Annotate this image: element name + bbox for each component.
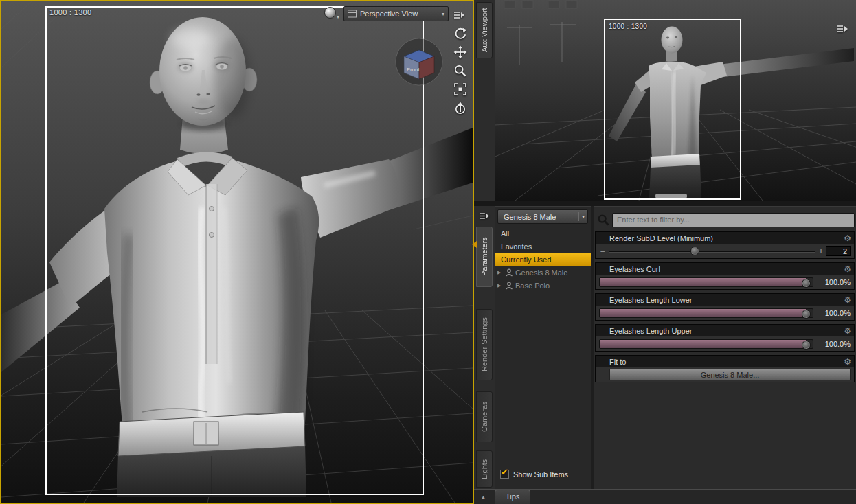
figure-icon <box>505 268 513 277</box>
view-selector-value: Perspective View <box>360 10 434 18</box>
tab-cameras[interactable]: Cameras <box>476 391 493 442</box>
list-item-currently-used[interactable]: Currently Used <box>495 253 591 266</box>
param-slider-row: 100.0% <box>596 306 854 320</box>
gear-icon[interactable]: ⚙ <box>844 265 851 273</box>
tips-tab[interactable]: Tips <box>495 490 530 504</box>
tips-label: Tips <box>506 492 519 501</box>
param-label: Eyelashes Curl <box>609 265 844 273</box>
filter-row <box>595 211 855 228</box>
slider-thumb[interactable] <box>802 310 811 319</box>
tab-aux-viewport[interactable]: Aux Viewport <box>476 2 493 58</box>
param-header: Eyelashes Length Lower ⚙ <box>596 294 854 306</box>
expand-arrow-icon[interactable]: ▶ <box>497 270 503 275</box>
divider <box>578 212 579 221</box>
list-item-genesis-8-male[interactable]: ▶ Genesis 8 Male <box>495 266 591 279</box>
right-dock: Aux Viewport <box>474 0 856 504</box>
param-group-eyelashes-length-upper: Eyelashes Length Upper ⚙ 100.0% <box>595 324 855 352</box>
tab-label: Parameters <box>480 238 488 277</box>
parameters-tab-strip: Parameters Render Settings Cameras Light… <box>474 206 495 489</box>
fit-to-button[interactable]: Genesis 8 Male... <box>609 369 851 380</box>
slider-value[interactable]: 100.0% <box>818 278 851 286</box>
expand-arrow-icon[interactable]: ▶ <box>497 283 503 288</box>
param-label: Render SubD Level (Minimum) <box>609 234 844 242</box>
slider-track[interactable] <box>599 277 813 287</box>
slider-track[interactable] <box>609 246 815 257</box>
aux-viewport-canvas[interactable] <box>495 0 856 201</box>
show-sub-items-checkbox[interactable]: ✔ <box>500 470 509 479</box>
aspect-frame-label: 1000 : 1300 <box>49 8 91 16</box>
app-window: 1000 : 1300 ▾ Perspective View ▾ <box>0 0 856 504</box>
figure-icon <box>505 282 513 290</box>
slider-minus-button[interactable]: − <box>599 247 606 255</box>
param-header: Render SubD Level (Minimum) ⚙ <box>596 232 854 244</box>
chevron-down-icon: ▾ <box>337 14 339 20</box>
pan-icon[interactable] <box>451 45 469 59</box>
nav-cube[interactable]: Front <box>393 36 445 88</box>
pane-collapse-arrow[interactable] <box>472 241 477 248</box>
zoom-icon[interactable] <box>451 64 469 78</box>
check-icon: ✔ <box>501 468 508 477</box>
slider-thumb[interactable] <box>802 279 811 288</box>
slider-thumb[interactable] <box>802 341 811 350</box>
gear-icon[interactable]: ⚙ <box>844 296 851 304</box>
divider <box>438 9 438 19</box>
param-header: Fit to ⚙ <box>596 356 854 367</box>
tab-label: Lights <box>480 459 488 479</box>
param-group-eyelashes-curl: Eyelashes Curl ⚙ 100.0% <box>595 262 855 290</box>
main-viewport[interactable]: 1000 : 1300 ▾ Perspective View ▾ <box>0 0 474 504</box>
tab-lights[interactable]: Lights <box>476 450 493 488</box>
param-label: Eyelashes Length Lower <box>609 296 844 304</box>
slider-plus-button[interactable]: + <box>818 247 824 255</box>
slider-value[interactable]: 100.0% <box>818 340 851 348</box>
horizontal-splitter[interactable] <box>474 201 856 206</box>
slider-value-box[interactable]: 2 <box>826 246 851 256</box>
aux-scrollbar-thumb[interactable] <box>655 194 687 198</box>
orbit-rotate-icon[interactable] <box>451 27 469 41</box>
drawstyle-sphere-button[interactable]: ▾ <box>324 7 339 20</box>
aux-viewport[interactable]: 1000 : 1300 <box>495 0 856 201</box>
frame-icon[interactable] <box>451 82 469 96</box>
list-item-favorites[interactable]: Favorites <box>495 240 591 253</box>
param-group-eyelashes-length-lower: Eyelashes Length Lower ⚙ 100.0% <box>595 293 855 321</box>
param-header: Eyelashes Length Upper ⚙ <box>596 325 854 336</box>
bottom-bar: ▲ Tips <box>474 489 856 504</box>
tab-label: Cameras <box>480 402 488 433</box>
viewport-icon <box>348 10 357 18</box>
slider-fill <box>600 309 807 317</box>
aim-icon[interactable] <box>451 101 469 115</box>
slider-fill <box>600 340 807 348</box>
param-slider-row: − + 2 <box>596 244 854 258</box>
slider-track[interactable] <box>599 339 813 349</box>
view-selector-dropdown[interactable]: Perspective View ▾ <box>343 6 449 21</box>
param-header: Eyelashes Curl ⚙ <box>596 263 854 275</box>
pane-menu-icon[interactable] <box>480 210 489 222</box>
search-icon <box>596 213 610 227</box>
viewport-tool-column <box>451 27 469 115</box>
filter-input[interactable] <box>612 213 855 227</box>
list-item-base-polo[interactable]: ▶ Base Polo <box>495 279 591 292</box>
param-label: Fit to <box>609 358 844 366</box>
list-item-all[interactable]: All <box>495 227 591 240</box>
scene-filter-list: All Favorites Currently Used ▶ Genesis 8… <box>495 227 591 292</box>
scene-node-dropdown[interactable]: Genesis 8 Male ▾ <box>497 209 588 224</box>
slider-track[interactable] <box>599 308 813 318</box>
chevron-down-icon: ▾ <box>442 11 444 17</box>
drawstyle-sphere-icon <box>324 7 336 19</box>
parameters-panel: Render SubD Level (Minimum) ⚙ − + 2 Eyel… <box>594 206 856 489</box>
tab-parameters[interactable]: Parameters <box>476 227 493 287</box>
tab-render-settings[interactable]: Render Settings <box>476 309 493 380</box>
param-group-render-subd: Render SubD Level (Minimum) ⚙ − + 2 <box>595 231 855 259</box>
viewport-pane-menu-icon[interactable] <box>453 10 464 22</box>
scene-node-value: Genesis 8 Male <box>504 213 578 221</box>
gear-icon[interactable]: ⚙ <box>844 327 851 335</box>
gear-icon[interactable]: ⚙ <box>844 234 851 242</box>
slider-value[interactable]: 100.0% <box>818 309 851 317</box>
param-slider-row: 100.0% <box>596 336 854 351</box>
gear-icon[interactable]: ⚙ <box>844 358 851 366</box>
param-group-fit-to: Fit to ⚙ Genesis 8 Male... <box>595 355 855 382</box>
show-sub-items-toggle[interactable]: ✔ Show Sub Items <box>500 470 568 479</box>
expand-up-arrow-icon[interactable]: ▲ <box>480 494 486 501</box>
slider-fill <box>600 278 807 286</box>
slider-thumb[interactable] <box>690 247 699 255</box>
aux-pane-menu-icon[interactable] <box>837 23 848 36</box>
